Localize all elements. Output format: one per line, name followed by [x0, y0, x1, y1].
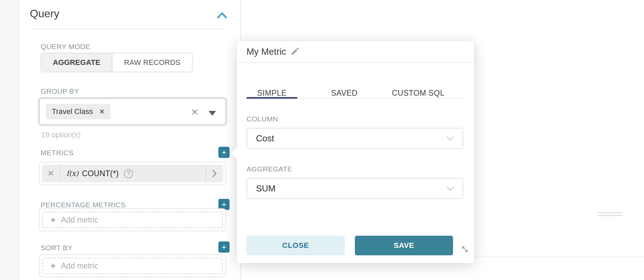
percentage-metrics-drop-area: + Add metric: [39, 208, 226, 231]
resize-drag-handle[interactable]: [598, 212, 622, 213]
caret-down-icon[interactable]: [209, 111, 216, 116]
edit-pencil-icon[interactable]: [290, 47, 299, 56]
query-mode-aggregate-button[interactable]: AGGREGATE: [41, 53, 112, 72]
metric-edit-popover: My Metric SIMPLE SAVED CUSTOM SQL COLUMN…: [237, 41, 474, 263]
explore-screen: Query QUERY MODE AGGREGATE RAW RECORDS G…: [0, 0, 644, 280]
active-tab-indicator: [246, 97, 297, 99]
save-button[interactable]: SAVE: [355, 236, 453, 255]
tag-remove-icon[interactable]: ✕: [99, 108, 105, 116]
metric-remove-icon[interactable]: ✕: [42, 169, 60, 178]
query-mode-raw-records-button[interactable]: RAW RECORDS: [112, 53, 192, 72]
pill-separator: [60, 165, 60, 182]
add-sort-metric-button[interactable]: +: [218, 241, 230, 253]
plus-icon: +: [50, 261, 56, 271]
popover-header: My Metric: [237, 41, 474, 62]
chevron-down-icon: [446, 136, 454, 141]
percentage-metrics-add-zone[interactable]: + Add metric: [42, 212, 223, 228]
add-metric-placeholder: Add metric: [61, 215, 98, 225]
query-mode-toggle: AGGREGATE RAW RECORDS: [41, 53, 193, 72]
left-rail: [0, 0, 20, 280]
metric-pill-right: [206, 165, 223, 182]
popover-resize-icon[interactable]: [460, 244, 470, 254]
group-by-options-count: 19 option(s): [41, 131, 81, 139]
column-select-value: Cost: [256, 133, 274, 144]
sort-by-drop-area: + Add metric: [39, 254, 226, 277]
aggregate-select-value: SUM: [256, 183, 276, 194]
group-by-tag-label: Travel Class: [52, 107, 93, 116]
metric-pill-label: COUNT(*): [82, 169, 119, 178]
column-label: COLUMN: [246, 115, 278, 123]
column-select[interactable]: Cost: [246, 128, 463, 149]
group-by-select[interactable]: Travel Class ✕ ✕: [39, 98, 226, 125]
percentage-metrics-label: PERCENTAGE METRICS: [41, 201, 126, 209]
popover-header-divider: [237, 62, 474, 63]
chevron-right-icon[interactable]: [206, 169, 223, 178]
aggregate-select[interactable]: SUM: [246, 178, 463, 199]
collapse-chevron-up-icon[interactable]: [217, 11, 227, 19]
clear-all-icon[interactable]: ✕: [191, 107, 198, 118]
query-section-title: Query: [30, 7, 59, 20]
help-icon: ?: [124, 169, 133, 178]
add-metric-button[interactable]: +: [218, 147, 230, 158]
aggregate-label: AGGREGATE: [246, 165, 292, 173]
chevron-down-icon: [446, 186, 454, 191]
title-divider: [30, 28, 226, 29]
function-icon: f(x): [66, 169, 79, 178]
add-metric-placeholder: Add metric: [61, 261, 98, 271]
popover-arrow: [231, 147, 243, 160]
metric-pill-count[interactable]: ✕ f(x) COUNT(*) ?: [42, 165, 223, 182]
group-by-tag: Travel Class ✕: [46, 104, 111, 119]
metrics-drop-area: ✕ f(x) COUNT(*) ?: [39, 162, 226, 185]
group-by-label: GROUP BY: [41, 87, 79, 95]
close-button[interactable]: CLOSE: [246, 236, 345, 255]
metrics-label: METRICS: [41, 149, 73, 157]
sort-by-label: SORT BY: [41, 244, 72, 252]
plus-icon: +: [50, 215, 56, 225]
query-mode-label: QUERY MODE: [41, 43, 90, 51]
resize-drag-handle[interactable]: [598, 215, 622, 216]
sort-by-add-zone[interactable]: + Add metric: [42, 258, 223, 274]
popover-title: My Metric: [246, 47, 286, 57]
